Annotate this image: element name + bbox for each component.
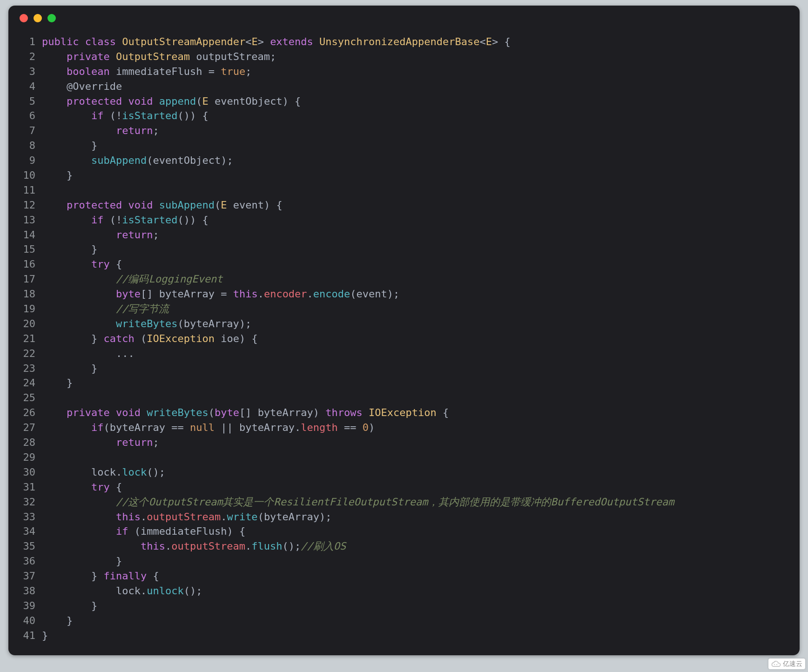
- line-number: 30: [15, 465, 42, 480]
- line-number: 36: [15, 554, 42, 569]
- code-content: public class OutputStreamAppender<E> ext…: [42, 34, 793, 49]
- line-number: 19: [15, 302, 42, 316]
- code-content: }: [42, 376, 793, 390]
- code-content: ...: [42, 346, 793, 361]
- line-number: 8: [15, 138, 42, 153]
- line-number: 37: [15, 569, 42, 584]
- code-content: protected void subAppend(E event) {: [42, 198, 793, 213]
- code-editor: 1public class OutputStreamAppender<E> ex…: [8, 31, 800, 655]
- code-content: } catch (IOException ioe) {: [42, 331, 793, 346]
- code-line: 37 } finally {: [15, 569, 793, 584]
- code-line: 3 boolean immediateFlush = true;: [15, 64, 793, 79]
- code-content: private OutputStream outputStream;: [42, 49, 793, 64]
- code-content: if (immediateFlush) {: [42, 524, 793, 539]
- code-line: 29: [15, 450, 793, 465]
- line-number: 5: [15, 94, 42, 109]
- line-number: 12: [15, 198, 42, 213]
- line-number: 24: [15, 376, 42, 390]
- line-number: 2: [15, 49, 42, 64]
- code-line: 23 }: [15, 361, 793, 376]
- close-icon[interactable]: [20, 14, 28, 22]
- code-content: //写字节流: [42, 302, 793, 316]
- code-line: 27 if(byteArray == null || byteArray.len…: [15, 420, 793, 435]
- code-line: 12 protected void subAppend(E event) {: [15, 198, 793, 213]
- code-line: 26 private void writeBytes(byte[] byteAr…: [15, 405, 793, 420]
- code-line: 38 lock.unlock();: [15, 584, 793, 598]
- line-number: 6: [15, 108, 42, 123]
- code-line: 19 //写字节流: [15, 302, 793, 316]
- line-number: 28: [15, 435, 42, 450]
- watermark: 亿速云: [768, 659, 805, 661]
- line-number: 23: [15, 361, 42, 376]
- code-content: subAppend(eventObject);: [42, 153, 793, 168]
- code-line: 32 //这个OutputStream其实是一个ResilientFileOut…: [15, 495, 793, 510]
- code-content: }: [42, 242, 793, 257]
- code-content: if(byteArray == null || byteArray.length…: [42, 420, 793, 435]
- code-line: 15 }: [15, 242, 793, 257]
- code-content: return;: [42, 228, 793, 242]
- line-number: 14: [15, 228, 42, 242]
- line-number: 40: [15, 613, 42, 628]
- code-window: 1public class OutputStreamAppender<E> ex…: [8, 6, 800, 655]
- line-number: 1: [15, 34, 42, 49]
- minimize-icon[interactable]: [34, 14, 42, 22]
- line-number: 35: [15, 539, 42, 554]
- line-number: 15: [15, 242, 42, 257]
- code-content: } finally {: [42, 569, 793, 584]
- code-content: boolean immediateFlush = true;: [42, 64, 793, 79]
- line-number: 7: [15, 123, 42, 138]
- code-content: if (!isStarted()) {: [42, 213, 793, 228]
- code-line: 36 }: [15, 554, 793, 569]
- code-content: }: [42, 138, 793, 153]
- code-content: this.outputStream.write(byteArray);: [42, 510, 793, 524]
- code-line: 14 return;: [15, 228, 793, 242]
- code-line: 34 if (immediateFlush) {: [15, 524, 793, 539]
- code-content: }: [42, 598, 793, 613]
- code-line: 22 ...: [15, 346, 793, 361]
- code-line: 11: [15, 183, 793, 198]
- code-content: }: [42, 613, 793, 628]
- code-line: 9 subAppend(eventObject);: [15, 153, 793, 168]
- line-number: 13: [15, 213, 42, 228]
- code-line: 40 }: [15, 613, 793, 628]
- code-content: lock.lock();: [42, 465, 793, 480]
- code-line: 13 if (!isStarted()) {: [15, 213, 793, 228]
- code-line: 31 try {: [15, 480, 793, 495]
- code-line: 8 }: [15, 138, 793, 153]
- code-line: 2 private OutputStream outputStream;: [15, 49, 793, 64]
- titlebar: [8, 6, 800, 31]
- code-line: 25: [15, 390, 793, 405]
- line-number: 9: [15, 153, 42, 168]
- code-content: //编码LoggingEvent: [42, 272, 793, 287]
- code-line: 24 }: [15, 376, 793, 390]
- line-number: 11: [15, 183, 42, 198]
- code-content: }: [42, 168, 793, 183]
- code-content: this.outputStream.flush();//刷入OS: [42, 539, 793, 554]
- code-line: 35 this.outputStream.flush();//刷入OS: [15, 539, 793, 554]
- code-content: try {: [42, 257, 793, 272]
- code-line: 20 writeBytes(byteArray);: [15, 316, 793, 331]
- code-line: 21 } catch (IOException ioe) {: [15, 331, 793, 346]
- code-content: try {: [42, 480, 793, 495]
- code-line: 7 return;: [15, 123, 793, 138]
- code-line: 28 return;: [15, 435, 793, 450]
- line-number: 10: [15, 168, 42, 183]
- code-line: 5 protected void append(E eventObject) {: [15, 94, 793, 109]
- line-number: 18: [15, 287, 42, 302]
- code-content: @Override: [42, 79, 793, 94]
- line-number: 41: [15, 628, 42, 643]
- code-content: }: [42, 628, 793, 643]
- code-content: }: [42, 554, 793, 569]
- zoom-icon[interactable]: [47, 14, 56, 22]
- line-number: 27: [15, 420, 42, 435]
- line-number: 31: [15, 480, 42, 495]
- code-content: lock.unlock();: [42, 584, 793, 598]
- line-number: 29: [15, 450, 42, 465]
- line-number: 22: [15, 346, 42, 361]
- code-line: 18 byte[] byteArray = this.encoder.encod…: [15, 287, 793, 302]
- code-content: private void writeBytes(byte[] byteArray…: [42, 405, 793, 420]
- code-line: 10 }: [15, 168, 793, 183]
- code-line: 41}: [15, 628, 793, 643]
- code-line: 6 if (!isStarted()) {: [15, 108, 793, 123]
- code-content: return;: [42, 123, 793, 138]
